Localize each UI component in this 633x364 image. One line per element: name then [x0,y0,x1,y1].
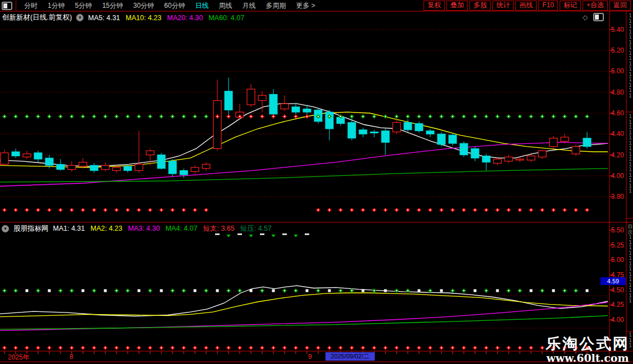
period-menu-item[interactable]: 日线 [190,1,213,11]
indicator-title: 股朋指标网 [13,224,49,234]
latest-value-badge: 4.59 [601,277,626,285]
indicator-labels: MA1: 4.31MA2: 4.23MA3: 4.30MA4: 4.07短支: … [53,224,278,234]
svg-text:5.50: 5.50 [611,226,625,234]
ma-value-label: 短支: 3.65 [203,225,234,232]
svg-text:5.20: 5.20 [611,46,625,54]
svg-text:5.40: 5.40 [611,26,625,34]
toolbar-divider [16,1,16,11]
period-menu-item[interactable]: 60分钟 [159,1,190,11]
selected-date-badge: 2025/09/02/二 [325,352,375,361]
toolbar-buttons: 复权叠加多股统计画线F10标记+自选返回 [423,1,633,11]
ma-value-label: MA2: 4.23 [90,225,122,232]
toolbar-button[interactable]: 复权 [423,1,445,11]
axis-month-label: 8 [69,353,73,361]
right-strip-segment[interactable]: 自次1111111111111 [627,224,633,330]
period-menu-item[interactable]: 30分钟 [128,1,159,11]
stock-title: 创新新材(日线.前复权) [2,13,72,22]
toolbar-button[interactable]: 画线 [515,1,537,11]
toolbar: 分时1分钟5分钟15分钟30分钟60分钟日线周线月线多周期更多 > 复权叠加多股… [0,0,633,11]
diamond-icon[interactable]: ◇ [583,14,588,21]
chevron-down-icon[interactable]: ▾ [76,14,83,21]
period-menu-item[interactable]: 5分钟 [70,1,97,11]
main-chart-header: 创新新材(日线.前复权) ▾ MA5: 4.31MA10: 4.23MA20: … [2,13,250,22]
svg-text:4.00: 4.00 [611,316,625,324]
axis-year-label: 2025年 [8,353,30,362]
panel-layout-icon[interactable] [593,13,604,21]
toolbar-button[interactable]: F10 [538,1,558,11]
chevron-down-icon[interactable]: ▾ [2,225,9,232]
svg-text:4.60: 4.60 [611,109,625,117]
period-menu-item[interactable]: 周线 [213,1,237,11]
toolbar-button[interactable]: 多股 [469,1,491,11]
period-menu-item[interactable]: 多周期 [260,1,291,11]
ma-value-label: MA5: 4.31 [88,14,120,22]
toolbar-button[interactable]: +自选 [583,1,608,11]
watermark: 乐淘公式网 www.60lt.com [546,336,630,363]
svg-text:4.20: 4.20 [611,151,625,159]
ma-value-label: MA1: 4.31 [53,225,85,232]
svg-text:5.00: 5.00 [611,67,625,75]
ma-value-label: 短压: 4.57 [240,225,272,232]
ma-value-label: MA20: 4.30 [167,14,203,22]
period-menu-item[interactable]: 月线 [237,1,260,11]
ma-value-label: MA10: 4.23 [125,14,161,22]
ma-value-label: MA4: 4.07 [165,225,197,232]
panel-layout-icon-fill [595,15,599,20]
toolbar-button[interactable]: 标记 [560,1,581,11]
period-menu-item[interactable]: 更多 > [291,1,320,11]
period-menu-item[interactable]: 1分钟 [43,1,70,11]
tdx-app: 5.405.205.004.804.604.404.204.003.805.50… [0,0,633,364]
toolbar-button[interactable]: 统计 [492,1,514,11]
svg-text:5.25: 5.25 [611,241,625,249]
ma-value-label: MA60: 4.07 [208,14,244,22]
chart-corner-icons: ◇ [583,13,604,21]
svg-text:4.00: 4.00 [611,172,625,180]
right-strip-segment[interactable]: 111111111111111 [627,114,633,216]
ma-labels: MA5: 4.31MA10: 4.23MA20: 4.30MA60: 4.07 [88,14,250,22]
period-menu-item[interactable]: 15分钟 [97,1,128,11]
svg-text:3.80: 3.80 [611,193,625,200]
right-strip-segment[interactable]: 1111111111111111 [627,13,633,110]
toolbar-button[interactable]: 返回 [609,1,631,11]
toolbar-button[interactable]: 叠加 [446,1,468,11]
svg-text:5.00: 5.00 [611,256,625,264]
svg-text:4.80: 4.80 [611,88,625,96]
period-menu-item[interactable]: 分时 [19,1,43,11]
svg-text:4.40: 4.40 [611,130,625,138]
axis-month-label: 9 [308,353,312,361]
svg-text:4.50: 4.50 [611,286,625,294]
sub-chart-header: ▾ 股朋指标网 MA1: 4.31MA2: 4.23MA3: 4.30MA4: … [2,224,277,234]
chart-canvas: 5.405.205.004.804.604.404.204.003.805.50… [0,0,633,364]
watermark-url: www.60lt.com [546,352,630,363]
period-menu: 分时1分钟5分钟15分钟30分钟60分钟日线周线月线多周期更多 > [19,1,320,11]
layout-icon-fill [3,3,7,8]
ma-value-label: MA3: 4.30 [128,225,160,232]
layout-icon[interactable] [2,2,12,10]
svg-text:4.25: 4.25 [611,301,625,309]
watermark-title: 乐淘公式网 [546,336,630,352]
